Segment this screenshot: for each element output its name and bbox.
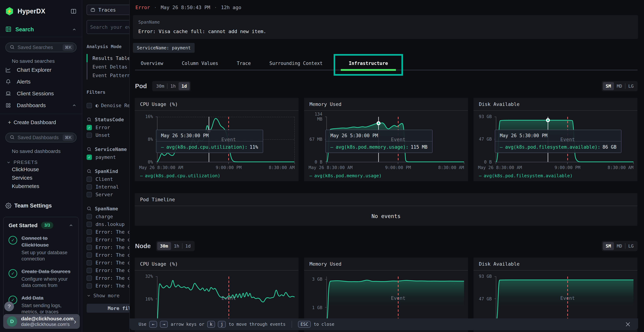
checkbox-unchecked[interactable] — [86, 276, 92, 281]
range-1h-button[interactable]: 1h — [171, 242, 182, 250]
filter-option-internal[interactable]: Internal — [86, 183, 129, 191]
mode-event-patterns[interactable]: Event Patterns — [88, 71, 129, 80]
events-search-input[interactable] — [86, 20, 129, 34]
hint-text: arrow keys or — [171, 322, 204, 327]
get-started-item-connect[interactable]: ✓ Connect to ClickHouse Set up your data… — [8, 235, 73, 262]
service-name-tag[interactable]: ServiceName: payment — [133, 43, 195, 53]
tab-surrounding-context[interactable]: Surrounding Context — [269, 57, 323, 70]
filter-option-charge[interactable]: charge — [86, 213, 129, 220]
close-icon[interactable] — [624, 320, 632, 328]
checkbox-unchecked[interactable] — [86, 245, 92, 250]
checkbox-unchecked[interactable] — [86, 229, 92, 235]
checkbox-unchecked[interactable] — [86, 192, 92, 197]
source-select[interactable]: Traces — [86, 5, 129, 15]
filter-option-error-span[interactable]: Error: The cr — [86, 244, 129, 251]
range-1d-button[interactable]: 1d — [178, 82, 190, 90]
help-button[interactable]: ? — [4, 302, 14, 311]
checkbox-unchecked[interactable] — [86, 184, 92, 190]
search-icon[interactable] — [86, 117, 92, 122]
range-1d-button[interactable]: 1d — [182, 242, 194, 250]
size-md-button[interactable]: MD — [614, 242, 625, 250]
search-icon[interactable] — [86, 206, 92, 211]
checkbox-unchecked[interactable] — [86, 222, 92, 227]
preset-kubernetes[interactable]: Kubernetes — [12, 182, 76, 190]
saved-searches-placeholder[interactable] — [18, 45, 62, 50]
user-account-chip[interactable]: D dale@clickhouse.com dale@clickhouse.co… — [3, 314, 80, 329]
checkbox-unchecked[interactable] — [86, 132, 92, 138]
sidebar-item-client-sessions[interactable]: Client Sessions — [5, 88, 76, 100]
range-1h-button[interactable]: 1h — [168, 82, 178, 90]
tab-trace[interactable]: Trace — [236, 57, 252, 70]
checkbox-checked[interactable]: ✓ — [86, 125, 92, 130]
checkbox-unchecked[interactable] — [86, 268, 92, 273]
chart-plot-area[interactable]: May 26 5:30:00 PM — avg(k8s.pod.filesyst… — [496, 117, 634, 162]
range-30m-button[interactable]: 30m — [153, 82, 167, 90]
filter-option-dns-lookup[interactable]: dns.lookup — [86, 220, 129, 228]
get-started-item-add-data[interactable]: ✓ Add Data Start sending logs, metrics, … — [8, 294, 73, 315]
y-tick-mark — [325, 162, 327, 162]
chevron-up-icon[interactable] — [69, 223, 73, 228]
sidebar-item-team-settings[interactable]: Team Settings — [5, 200, 76, 211]
filter-option-error-span[interactable]: Error: The cr — [86, 251, 129, 259]
filter-option-client[interactable]: Client — [86, 175, 129, 183]
filter-option-payment[interactable]: ✓ payment — [86, 153, 129, 161]
size-lg-button[interactable]: LG — [626, 242, 636, 250]
denoise-label: Denoise Re — [101, 103, 129, 108]
sidebar-item-search[interactable]: Search — [5, 25, 76, 34]
saved-searches-input[interactable]: ⌘K — [5, 42, 76, 52]
search-icon[interactable] — [86, 169, 92, 174]
checkbox-unchecked[interactable] — [86, 103, 92, 108]
size-lg-button[interactable]: LG — [626, 82, 636, 90]
filter-option-error-span[interactable]: Error: The cr — [86, 236, 129, 244]
tab-column-values[interactable]: Column Values — [181, 57, 219, 70]
create-dashboard-button[interactable]: + Create Dashboard — [5, 117, 76, 127]
chart-plot-area[interactable]: Event — [157, 276, 295, 321]
chart-plot-area[interactable]: May 26 5:30:00 PM — avg(k8s.pod.memory.u… — [326, 117, 464, 162]
checkbox-unchecked[interactable] — [86, 214, 92, 219]
filter-option-error-span[interactable]: Error: The cr — [86, 282, 129, 290]
tab-overview[interactable]: Overview — [140, 57, 164, 70]
filter-option-error[interactable]: ✓ Error — [86, 124, 129, 131]
checkbox-unchecked[interactable] — [86, 237, 92, 242]
checkbox-unchecked[interactable] — [86, 176, 92, 182]
tab-infrastructure[interactable]: Infrastructure — [340, 57, 396, 70]
filter-option-error-span[interactable]: Error: The cr — [86, 274, 129, 282]
sidebar-item-chart-explorer[interactable]: Chart Explorer — [5, 64, 76, 76]
get-started-item-sources[interactable]: ✓ Create Data Sources Configure where yo… — [8, 268, 73, 288]
preset-services[interactable]: Services — [12, 174, 76, 182]
filter-option-unset[interactable]: Unset — [86, 131, 129, 139]
preset-clickhouse[interactable]: ClickHouse — [12, 165, 76, 174]
show-more-toggle[interactable]: Show more — [86, 293, 129, 298]
saved-dashboards-placeholder[interactable] — [18, 135, 62, 140]
filter-option-error-span[interactable]: Error: The cr — [86, 259, 129, 266]
get-started-title: Get Started — [8, 222, 38, 228]
filter-option-server[interactable]: Server — [86, 191, 129, 198]
saved-dashboards-input[interactable]: ⌘K — [5, 133, 76, 142]
mode-results-table[interactable]: Results Table — [88, 54, 129, 62]
checkbox-unchecked[interactable] — [86, 283, 92, 288]
more-filters-button[interactable]: More fil — [86, 304, 129, 313]
collapse-sidebar-icon[interactable] — [70, 8, 76, 14]
chart-plot-area[interactable]: Event — [326, 276, 464, 321]
sidebar-item-dashboards[interactable]: Dashboards — [5, 100, 76, 111]
size-sm-button[interactable]: SM — [603, 82, 614, 90]
presets-toggle[interactable]: PRESETS — [6, 160, 76, 165]
create-dashboard-label: Create Dashboard — [14, 120, 56, 126]
chart-title: Memory Used — [304, 98, 468, 111]
sidebar-item-alerts[interactable]: Alerts — [5, 76, 76, 88]
chart-plot-area[interactable]: Event — [496, 276, 634, 321]
checkbox-unchecked[interactable] — [86, 252, 92, 258]
denoise-results-filter[interactable]: ◐ Denoise Re — [86, 102, 129, 109]
checkbox-unchecked[interactable] — [86, 260, 92, 266]
hover-point-marker — [376, 121, 380, 125]
chart-plot-area[interactable]: May 26 5:30:00 PM — avg(k8s.pod.cpu.util… — [157, 117, 295, 162]
filter-option-label: dns.lookup — [96, 222, 125, 227]
size-md-button[interactable]: MD — [614, 82, 625, 90]
size-sm-button[interactable]: SM — [603, 242, 614, 250]
filter-option-error-span[interactable]: Error: The cr — [86, 228, 129, 236]
filter-option-error-span[interactable]: Error: The cr — [86, 266, 129, 274]
mode-event-deltas[interactable]: Event Deltas — [88, 62, 129, 71]
checkbox-checked[interactable]: ✓ — [86, 154, 92, 160]
range-30m-button[interactable]: 30m — [157, 242, 171, 250]
search-icon[interactable] — [86, 147, 92, 152]
